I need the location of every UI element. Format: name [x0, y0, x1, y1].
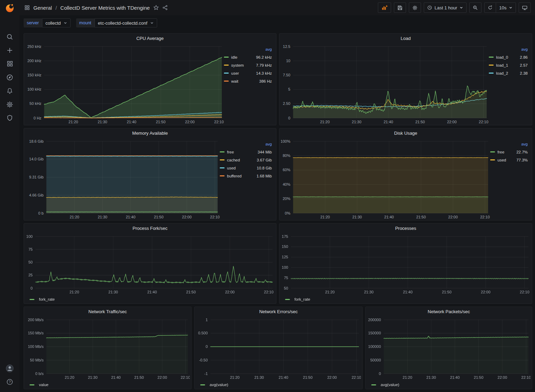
y-tick-label: 150 [282, 244, 288, 249]
series-area-idle [44, 57, 222, 118]
legend-item-free[interactable]: free22.7% [490, 148, 528, 156]
search-icon[interactable] [0, 30, 19, 43]
variable-mount-value: etc-collectd-collectd.conf [98, 20, 147, 26]
variable-server-dropdown[interactable]: collectd [42, 18, 71, 27]
chart-network-traffic[interactable]: 0 b/s50 Mb/s100 Mb/s150 Mb/s200 Mb/s21:2… [25, 316, 190, 381]
refresh-interval-picker[interactable]: 10s [496, 2, 516, 13]
cycle-view-mode-button[interactable] [519, 2, 531, 13]
x-tick-label: 21:40 [279, 375, 289, 380]
panel-title[interactable]: Processes [279, 224, 532, 233]
legend-item-load_1[interactable]: load_12.57 [489, 61, 528, 69]
legend-series-name: wait [231, 79, 238, 83]
y-tick-label: 12.5 [283, 44, 290, 49]
y-tick-label: 1 [205, 318, 208, 322]
share-icon[interactable] [162, 5, 168, 10]
time-range-picker[interactable]: Last 1 hour [424, 2, 467, 13]
legend-swatch [220, 151, 225, 152]
legend-item-system[interactable]: system7.79 kHz [224, 61, 272, 69]
legend-item-value[interactable]: value [30, 383, 49, 387]
legend-swatch [489, 65, 494, 66]
y-tick-label: 0 b/s [35, 372, 44, 376]
legend-series-name: idle [231, 55, 237, 59]
dashboard-settings-button[interactable] [409, 2, 421, 13]
server-admin-shield-icon[interactable] [0, 111, 19, 125]
x-tick-label: 21:20 [325, 290, 335, 294]
explore-icon[interactable] [0, 70, 19, 84]
chart-disk-usage[interactable]: 0%20%40%60%80%100%21:2021:3021:4021:5022… [281, 138, 490, 220]
y-tick-label: 150000 [368, 331, 381, 335]
legend-item-cached[interactable]: cached3.67 Gib [220, 156, 272, 164]
refresh-button[interactable] [484, 2, 496, 13]
legend-series-name: fork_rate [39, 297, 55, 301]
save-dashboard-button[interactable] [394, 2, 406, 13]
panel-title[interactable]: Disk Usage [279, 128, 532, 138]
panel-disk-usage: Disk Usage 0%20%40%60%80%100%21:2021:302… [279, 128, 532, 220]
legend-series-value: 386 Hz [256, 79, 272, 83]
x-tick-label: 21:20 [65, 375, 74, 380]
help-icon[interactable]: ? [0, 375, 19, 389]
apps-grid-icon[interactable] [24, 5, 30, 10]
create-icon[interactable] [0, 43, 19, 57]
panel-title[interactable]: CPU Average [24, 34, 276, 43]
chart-svg: 0 b4.66 Gib9.31 Gib14.0 Gib18.6 Gib21:20… [25, 138, 220, 220]
legend-item-load_0[interactable]: load_02.86 [489, 53, 528, 61]
alerting-bell-icon[interactable] [0, 84, 19, 98]
legend-series-value: 344 Mib [254, 150, 272, 154]
y-tick-label: 7.50 [283, 73, 290, 77]
star-icon[interactable] [153, 5, 159, 10]
legend-item-fork_rate[interactable]: fork_rate [30, 297, 55, 301]
x-tick-label: 22:10 [181, 375, 190, 380]
chart-network-errors[interactable]: -1-0.5000.500121:2021:3021:4021:5022:002… [196, 316, 361, 381]
user-avatar[interactable] [0, 361, 19, 375]
panel-title[interactable]: Process Fork/sec [24, 224, 276, 233]
variable-mount-dropdown[interactable]: etc-collectd-collectd.conf [95, 18, 157, 27]
legend-item-avg(value)[interactable]: avg(value) [371, 383, 399, 387]
legend-item-buffered[interactable]: buffered1.68 Mib [220, 172, 272, 180]
legend-item-idle[interactable]: idle96.2 kHz [224, 53, 272, 61]
panel-title[interactable]: Memory Available [24, 128, 276, 138]
x-tick-label: 21:50 [186, 290, 196, 294]
x-tick-label: 21:40 [383, 120, 393, 124]
chart-svg: 05000010000015000020000021:2021:3021:402… [367, 316, 530, 381]
chart-process-fork[interactable]: 025507510021:2021:3021:4021:5022:0022:10 [25, 233, 275, 295]
chart-svg: 0%20%40%60%80%100%21:2021:3021:4021:5022… [281, 138, 490, 220]
legend-item-used[interactable]: used77.3% [490, 156, 528, 164]
legend-item-fork_rate[interactable]: fork_rate [285, 297, 310, 301]
chart-svg: -1-0.5000.500121:2021:3021:4021:5022:002… [196, 316, 361, 381]
y-tick-label: 100% [281, 139, 290, 143]
legend-item-free[interactable]: free344 Mib [220, 148, 272, 156]
y-tick-label: 0 Hz [33, 116, 41, 120]
legend-item-used[interactable]: used10.8 Gib [220, 164, 272, 172]
series-area-cached [46, 197, 218, 213]
dashboard-title[interactable]: CollectD Server Metrics with TDengine [60, 5, 150, 11]
legend-item-avg(value)[interactable]: avg(value) [200, 383, 228, 387]
grafana-logo[interactable] [0, 0, 19, 16]
panel-title[interactable]: Load [279, 34, 532, 43]
breadcrumb: General / CollectD Server Metrics with T… [24, 5, 168, 11]
legend-item-wait[interactable]: wait386 Hz [224, 77, 272, 85]
legend-series-name: value [39, 383, 49, 387]
zoom-out-button[interactable] [469, 2, 481, 13]
panel-title[interactable]: Network Errors/sec [195, 307, 362, 316]
legend-processes: fork_rate [279, 295, 532, 303]
x-tick-label: 21:30 [98, 215, 107, 219]
legend-series-name: buffered [227, 174, 242, 178]
breadcrumb-folder[interactable]: General [33, 5, 52, 11]
x-tick-label: 21:50 [156, 120, 165, 124]
panel-title[interactable]: Network Packets/sec [366, 307, 532, 316]
y-tick-label: 100 kHz [27, 87, 41, 91]
x-tick-label: 21:30 [88, 375, 98, 380]
chart-network-packets[interactable]: 05000010000015000020000021:2021:3021:402… [367, 316, 530, 381]
chart-load[interactable]: 02.5057.501012.521:2021:3021:4021:5022:0… [281, 43, 489, 125]
panel-title[interactable]: Network Traffic/sec [24, 307, 191, 316]
legend-item-load_2[interactable]: load_22.38 [489, 69, 528, 77]
chart-memory-available[interactable]: 0 b4.66 Gib9.31 Gib14.0 Gib18.6 Gib21:20… [25, 138, 220, 220]
chart-processes[interactable]: 507510012515017521:2021:3021:4021:5022:0… [281, 233, 530, 295]
add-panel-button[interactable] [378, 2, 391, 13]
legend-item-user[interactable]: user14.3 kHz [224, 69, 272, 77]
chart-cpu-average[interactable]: 0 Hz50 kHz100 kHz150 kHz200 kHz250 kHz21… [25, 43, 224, 125]
legend-series-name: avg(value) [381, 383, 399, 387]
x-tick-label: 22:00 [448, 215, 458, 219]
configuration-gear-icon[interactable] [0, 98, 19, 111]
dashboards-icon[interactable] [0, 57, 19, 70]
